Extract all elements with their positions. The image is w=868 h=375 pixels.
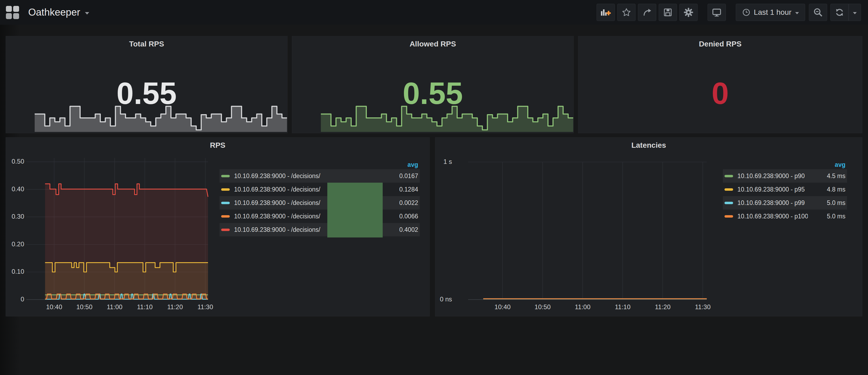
legend-row[interactable]: 10.10.69.238:9000 - p995.0 ms <box>723 196 847 210</box>
legend-series-avg: 0.0066 <box>378 213 418 220</box>
time-range-picker[interactable]: Last 1 hour <box>736 4 805 21</box>
grafana-dashboard: Oathkeeper <box>0 0 868 375</box>
refresh-split-button <box>830 4 861 21</box>
legend-series-avg: 0.0167 <box>378 173 418 180</box>
legend-series-swatch[interactable] <box>221 228 230 231</box>
navbar: Oathkeeper <box>0 0 868 25</box>
share-button[interactable] <box>638 4 656 21</box>
legend-series-avg: 0.1284 <box>378 186 418 193</box>
legend-series-label[interactable]: 10.10.69.238:9000 - p90 <box>737 173 808 180</box>
dashboard-title-dropdown[interactable]: Oathkeeper <box>28 7 89 18</box>
refresh-icon <box>835 7 844 17</box>
chevron-down-icon <box>853 12 857 14</box>
chevron-down-icon <box>85 12 89 14</box>
legend-series-label[interactable]: 10.10.69.238:9000 - /decisions/ <box>234 173 378 180</box>
chevron-down-icon <box>795 12 799 14</box>
legend-row[interactable]: 10.10.69.238:9000 - p1005.0 ms <box>723 210 847 223</box>
legend-series-label[interactable]: 10.10.69.238:9000 - p99 <box>737 199 808 207</box>
legend-series-swatch[interactable] <box>221 202 230 204</box>
refresh-interval-dropdown[interactable] <box>849 4 861 21</box>
legend-series-avg: 5.0 ms <box>808 213 845 220</box>
legend-row[interactable]: 10.10.69.238:9000 - /decisions/0.0167 <box>220 169 420 183</box>
stat-value: 0.55 <box>6 75 287 111</box>
logo-square <box>13 6 19 12</box>
navbar-right: Last 1 hour <box>594 4 861 21</box>
legend-series-avg: 5.0 ms <box>808 199 845 207</box>
legend-series-swatch[interactable] <box>724 175 733 177</box>
zoom-out-icon <box>813 7 823 17</box>
panel-total-rps: Total RPS 0.55 <box>6 36 287 133</box>
legend-series-avg: 4.5 ms <box>808 173 845 180</box>
time-range-label: Last 1 hour <box>754 8 792 17</box>
legend-series-swatch[interactable] <box>221 175 230 177</box>
legend-row[interactable]: 10.10.69.238:9000 - /decisions/0.0066 <box>220 210 420 223</box>
legend-series-swatch[interactable] <box>724 188 733 191</box>
legend-series-swatch[interactable] <box>724 215 733 218</box>
legend-row[interactable]: 10.10.69.238:9000 - p954.8 ms <box>723 183 847 196</box>
legend-row[interactable]: 10.10.69.238:9000 - /decisions/0.0022 <box>220 196 420 210</box>
dashboard-title: Oathkeeper <box>28 7 80 18</box>
save-icon <box>663 7 673 17</box>
legend-series-label[interactable]: 10.10.69.238:9000 - p95 <box>737 186 808 193</box>
legend-row[interactable]: 10.10.69.238:9000 - /decisions/0.1284 <box>220 183 420 196</box>
logo-square <box>6 6 12 12</box>
star-icon <box>622 7 631 17</box>
add-panel-icon <box>600 8 611 17</box>
navbar-left: Oathkeeper <box>6 6 89 19</box>
legend-series-swatch[interactable] <box>221 188 230 191</box>
panel-allowed-rps: Allowed RPS 0.55 <box>292 36 574 133</box>
panel-denied-rps: Denied RPS 0 <box>578 36 862 133</box>
legend-series-swatch[interactable] <box>724 202 733 204</box>
panel-latencies-graph: Latencies 10:4010:5011:0011:1011:2011:30… <box>435 137 862 316</box>
grafana-logo[interactable] <box>6 6 19 19</box>
gear-icon <box>683 7 693 18</box>
stat-value: 0.55 <box>292 75 574 111</box>
panel-title[interactable]: RPS <box>6 141 429 150</box>
legend: avg10.10.69.238:9000 - /decisions/0.0167… <box>220 160 420 237</box>
logo-square <box>6 13 12 19</box>
monitor-icon <box>712 7 721 17</box>
legend-avg-header[interactable]: avg <box>220 160 420 169</box>
share-icon <box>642 7 652 17</box>
legend-redaction-overlay <box>327 183 383 238</box>
legend-row[interactable]: 10.10.69.238:9000 - /decisions/0.4002 <box>220 223 420 237</box>
panel-title[interactable]: Allowed RPS <box>292 40 574 49</box>
legend: avg10.10.69.238:9000 - p904.5 ms10.10.69… <box>723 160 847 223</box>
panel-title[interactable]: Denied RPS <box>578 40 862 49</box>
refresh-button[interactable] <box>830 4 849 21</box>
legend-row[interactable]: 10.10.69.238:9000 - p904.5 ms <box>723 169 847 183</box>
panel-rps-graph: RPS 10:4010:5011:0011:1011:2011:3000.100… <box>6 137 430 316</box>
star-button[interactable] <box>617 4 636 21</box>
tv-mode-button[interactable] <box>708 4 726 21</box>
legend-series-label[interactable]: 10.10.69.238:9000 - p100 <box>737 213 808 220</box>
save-button[interactable] <box>659 4 677 21</box>
legend-series-avg: 4.8 ms <box>808 186 845 193</box>
stat-value: 0 <box>578 75 862 111</box>
zoom-out-button[interactable] <box>809 4 827 21</box>
panel-title[interactable]: Latencies <box>435 141 862 150</box>
legend-series-avg: 0.4002 <box>378 226 418 233</box>
legend-series-swatch[interactable] <box>221 215 230 218</box>
legend-series-avg: 0.0022 <box>378 199 418 207</box>
settings-button[interactable] <box>679 4 698 21</box>
panel-title[interactable]: Total RPS <box>6 40 287 49</box>
clock-icon <box>742 8 750 17</box>
logo-square <box>13 13 19 19</box>
legend-avg-header[interactable]: avg <box>723 160 847 169</box>
add-panel-button[interactable] <box>597 4 615 21</box>
